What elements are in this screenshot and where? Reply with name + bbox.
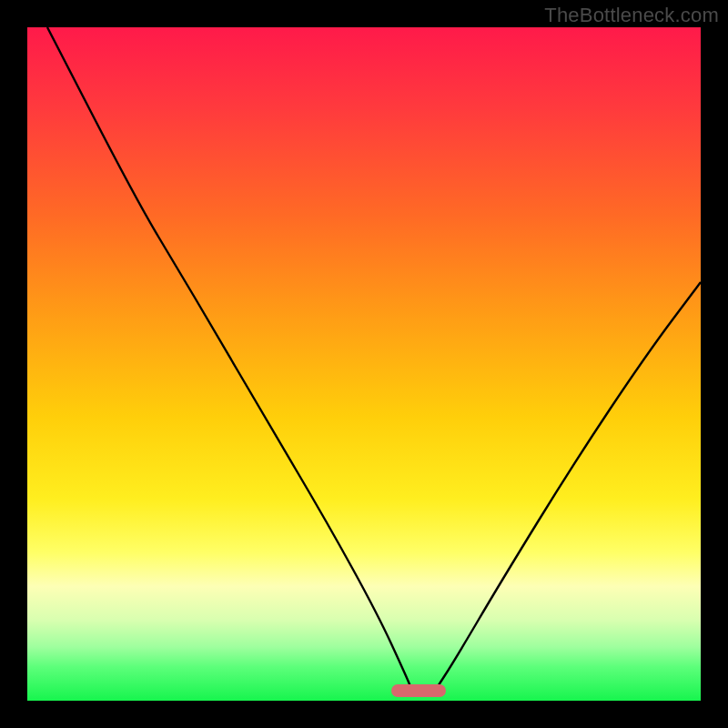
bottleneck-curve bbox=[27, 27, 701, 701]
curve-left-branch bbox=[47, 27, 412, 691]
watermark-label: TheBottleneck.com bbox=[544, 4, 719, 27]
plot-area bbox=[27, 27, 701, 701]
curve-right-branch bbox=[435, 282, 701, 691]
optimal-range-marker bbox=[391, 684, 446, 697]
chart-frame: TheBottleneck.com bbox=[0, 0, 728, 728]
